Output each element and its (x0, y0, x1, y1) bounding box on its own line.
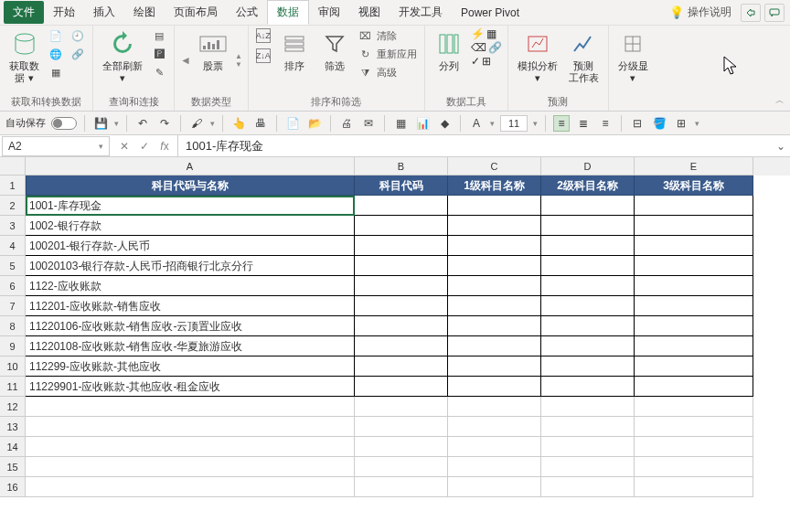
chart-icon[interactable]: 📊 (414, 115, 431, 132)
cell-E15[interactable] (635, 457, 753, 477)
cell-E3[interactable] (635, 216, 753, 236)
brush-icon[interactable]: 🖌 (188, 115, 205, 132)
menu-开始[interactable]: 开始 (44, 1, 84, 24)
cell-A2[interactable]: 1001-库存现金 (26, 196, 355, 216)
cell-B3[interactable] (355, 216, 448, 236)
what-if-button[interactable]: 模拟分析 ▾ (514, 27, 561, 86)
cell-E9[interactable] (635, 336, 753, 356)
cell-B7[interactable] (355, 296, 448, 316)
enter-icon[interactable]: ✓ (135, 137, 154, 155)
cell-A3[interactable]: 1002-银行存款 (26, 216, 355, 236)
cell-D9[interactable] (541, 336, 635, 356)
from-table-icon[interactable]: ▦ (47, 64, 65, 80)
menu-开发工具[interactable]: 开发工具 (390, 1, 452, 24)
cell-C12[interactable] (448, 397, 541, 417)
cell-E4[interactable] (635, 236, 753, 256)
data-validation-icon[interactable]: ✓ (471, 55, 480, 68)
cell-B14[interactable] (355, 437, 448, 457)
from-text-icon[interactable]: 📄 (47, 27, 65, 44)
cell-C4[interactable] (448, 236, 541, 256)
comments-icon[interactable] (764, 4, 785, 22)
row-header-12[interactable]: 12 (0, 397, 26, 417)
cell-E11[interactable] (635, 377, 753, 397)
col-header-B[interactable]: B (355, 157, 448, 176)
cell-A5[interactable]: 10020103-银行存款-人民币-招商银行北京分行 (26, 256, 355, 276)
cell-E16[interactable] (635, 477, 753, 497)
row-header-4[interactable]: 4 (0, 236, 26, 256)
cell-E12[interactable] (635, 397, 753, 417)
cell-B5[interactable] (355, 256, 448, 276)
cell-E14[interactable] (635, 437, 753, 457)
cell-C9[interactable] (448, 336, 541, 356)
menu-页面布局[interactable]: 页面布局 (165, 1, 227, 24)
clear-filter-button[interactable]: ⌧清除 (357, 27, 419, 44)
cell-B8[interactable] (355, 316, 448, 336)
cell-E13[interactable] (635, 417, 753, 437)
cell-D11[interactable] (541, 377, 635, 397)
cell-E10[interactable] (635, 356, 753, 377)
cell-B9[interactable] (355, 336, 448, 356)
row-header-3[interactable]: 3 (0, 216, 26, 236)
filter-button[interactable]: 筛选 (316, 27, 353, 74)
merge-icon[interactable]: ⊟ (629, 115, 646, 132)
cell-D15[interactable] (541, 457, 635, 477)
remove-dup-icon[interactable]: ⌫ (471, 41, 486, 54)
scroll-up-icon[interactable]: ▲ (235, 52, 242, 60)
cell-B2[interactable] (355, 196, 448, 216)
col-header-E[interactable]: E (635, 157, 753, 176)
cell-D3[interactable] (541, 216, 635, 236)
borders-icon[interactable]: ⊞ (673, 115, 689, 132)
cell-A4[interactable]: 100201-银行存款-人民币 (26, 236, 355, 256)
cell-C8[interactable] (448, 316, 541, 336)
font-icon[interactable]: A (468, 115, 485, 132)
align-left-icon[interactable]: ≡ (553, 115, 570, 132)
cell-C7[interactable] (448, 296, 541, 316)
queries-conn-icon[interactable]: ▤ (150, 27, 168, 44)
menu-绘图[interactable]: 绘图 (124, 1, 165, 24)
cell-A6[interactable]: 1122-应收账款 (26, 276, 355, 296)
cell-E6[interactable] (635, 276, 753, 296)
cell-A13[interactable] (26, 417, 355, 437)
cancel-icon[interactable]: ✕ (115, 137, 133, 155)
scroll-down-icon[interactable]: ▼ (235, 60, 242, 69)
cell-C3[interactable] (448, 216, 541, 236)
cell-A16[interactable] (26, 477, 355, 497)
consolidate-icon[interactable]: ▦ (486, 27, 496, 40)
print-icon[interactable]: 🖶 (252, 115, 269, 132)
row-header-7[interactable]: 7 (0, 296, 26, 316)
cell-D2[interactable] (541, 196, 635, 216)
cell-A15[interactable] (26, 457, 355, 477)
undo-icon[interactable]: ↶ (134, 115, 151, 132)
cell-B4[interactable] (355, 236, 448, 256)
expand-formula-icon[interactable]: ⌄ (772, 140, 790, 153)
menu-Power Pivot[interactable]: Power Pivot (452, 3, 528, 23)
cell-E1[interactable]: 3级科目名称 (635, 176, 753, 196)
menu-公式[interactable]: 公式 (227, 1, 267, 24)
cell-E7[interactable] (635, 296, 753, 316)
email-icon[interactable]: ✉ (360, 115, 377, 132)
cell-B11[interactable] (355, 377, 448, 397)
tell-me[interactable]: 操作说明 (688, 5, 739, 20)
cell-B6[interactable] (355, 276, 448, 296)
cell-A8[interactable]: 11220106-应收账款-销售应收-云顶置业应收 (26, 316, 355, 336)
cell-B15[interactable] (355, 457, 448, 477)
cell-C15[interactable] (448, 457, 541, 477)
shapes-icon[interactable]: ◆ (436, 115, 453, 132)
row-header-11[interactable]: 11 (0, 377, 26, 397)
quick-print-icon[interactable]: 🖨 (338, 115, 355, 132)
new-icon[interactable]: 📄 (284, 115, 301, 132)
from-web-icon[interactable]: 🌐 (47, 46, 65, 62)
existing-conn-icon[interactable]: 🔗 (69, 46, 87, 62)
touch-mode-icon[interactable]: 👆 (230, 115, 247, 132)
cell-A9[interactable]: 11220108-应收账款-销售应收-华夏旅游应收 (26, 336, 355, 356)
cell-C2[interactable] (448, 196, 541, 216)
sort-az-button[interactable]: A↓Z (254, 27, 272, 44)
cell-D10[interactable] (541, 356, 635, 377)
reapply-button[interactable]: ↻重新应用 (357, 46, 419, 62)
cell-C6[interactable] (448, 276, 541, 296)
cell-D6[interactable] (541, 276, 635, 296)
edit-links-icon[interactable]: ✎ (150, 64, 168, 80)
help-icon[interactable]: 💡 (666, 5, 688, 19)
cell-D5[interactable] (541, 256, 635, 276)
flash-fill-icon[interactable]: ⚡ (471, 27, 485, 40)
